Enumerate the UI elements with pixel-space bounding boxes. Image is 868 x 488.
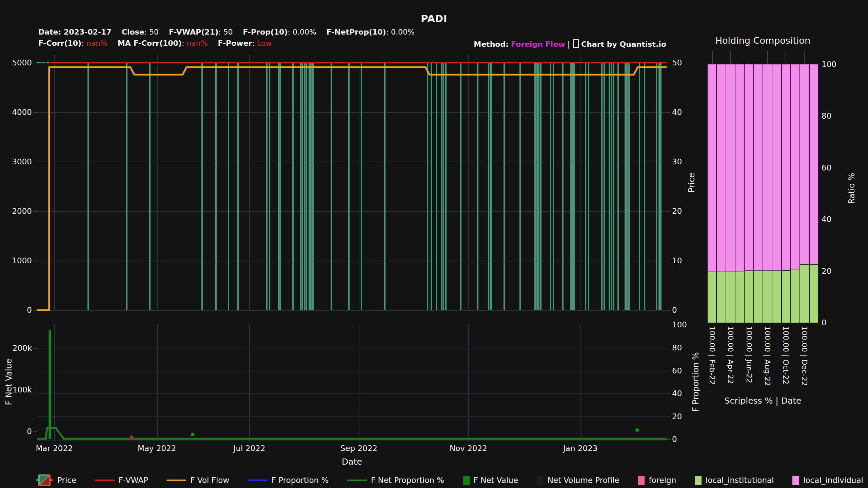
local-institutional-segment <box>763 270 772 323</box>
main-left-tick-label: 5000 <box>12 58 32 67</box>
lower-right-tick-label: 40 <box>672 389 682 398</box>
holding-bar <box>745 64 754 323</box>
main-left-tick <box>34 63 37 63</box>
vol-flow-line <box>37 55 667 310</box>
main-left-tick <box>34 211 37 212</box>
holding-bar <box>800 64 809 323</box>
main-gridline-h <box>37 310 667 311</box>
x-axis-title: Date <box>0 457 704 467</box>
method-label: Method: <box>474 40 509 48</box>
local-individual-segment <box>717 64 725 271</box>
marker-dot <box>191 433 194 436</box>
lower-right-tick <box>667 393 670 394</box>
main-chart-plot: 01000200030004000500001020304050 <box>37 55 667 310</box>
holding-bar <box>735 64 745 323</box>
holding-right-axis-title: Ratio % <box>847 173 856 204</box>
holding-bar <box>791 64 800 323</box>
marker-dot <box>635 428 638 431</box>
stat-label: MA F-Corr(100) <box>118 39 182 47</box>
stat-value: 2023-02-17 <box>61 28 111 36</box>
local-institutional-segment <box>717 271 725 323</box>
stat-value: : 50 <box>218 28 233 36</box>
holding-right-tick-label: 40 <box>822 215 831 224</box>
local-individual-segment <box>772 64 781 270</box>
main-left-tick <box>34 261 37 261</box>
local-individual-segment <box>800 64 809 264</box>
stat-label: F-NetProp(10) <box>327 28 386 36</box>
legend-label: F Net Value <box>474 476 518 485</box>
main-right-tick <box>667 63 670 63</box>
stat-item: F-NetProp(10): 0.00% <box>327 28 415 36</box>
local-individual-segment <box>791 64 800 269</box>
main-left-tick <box>34 162 37 162</box>
local-institutional-segment <box>754 270 763 323</box>
legend-item: local_institutional <box>695 476 774 485</box>
local-individual-segment <box>745 64 753 270</box>
credit-label: Chart by Quantist.io <box>581 40 666 48</box>
main-right-tick-label: 0 <box>672 306 677 314</box>
holding-right-tick-label: 60 <box>822 163 831 172</box>
legend-square-swatch <box>792 476 799 485</box>
date-tick-label: Jul 2022 <box>234 444 265 453</box>
main-right-tick <box>667 112 670 113</box>
holding-top-tick <box>712 51 713 64</box>
holding-bar <box>782 64 791 323</box>
stat-value: : 0.00% <box>386 28 415 36</box>
local-institutional-segment <box>772 270 781 323</box>
legend-label: F Vol Flow <box>190 476 229 485</box>
date-tick-label: Mar 2022 <box>36 444 73 453</box>
legend-item: F Proportion % <box>248 476 329 485</box>
f-vwap-line <box>49 62 667 63</box>
main-right-tick-label: 20 <box>672 207 682 216</box>
missing-glyph-icon <box>573 39 579 48</box>
holding-bar <box>754 64 763 323</box>
lower-right-tick-label: 0 <box>672 435 677 444</box>
marker-dot <box>130 435 133 439</box>
date-tick-label: Jan 2023 <box>563 444 597 453</box>
holding-right-tick-label: 80 <box>822 111 831 120</box>
legend-line-swatch <box>95 480 115 481</box>
method-line: Method: Foreign Flow |Chart by Quantist.… <box>456 39 666 48</box>
main-right-tick-label: 30 <box>672 157 682 166</box>
main-right-tick-label: 40 <box>672 108 682 117</box>
main-left-tick <box>34 112 37 113</box>
stat-item: F-Corr(10): nan% <box>38 39 107 47</box>
lower-left-tick <box>34 431 37 432</box>
lower-left-tick-label: 200k <box>13 344 32 352</box>
legend-square-swatch <box>695 476 702 485</box>
main-right-tick <box>667 162 670 162</box>
main-right-tick <box>667 211 670 212</box>
local-individual-segment <box>782 64 790 270</box>
main-left-tick-label: 3000 <box>12 157 32 166</box>
method-value: Foreign Flow <box>511 40 565 48</box>
stat-item: F-VWAP(21): 50 <box>169 28 233 36</box>
local-individual-segment <box>735 64 744 271</box>
stat-label: Date: <box>38 28 61 36</box>
stat-item: F-Prop(10): 0.00% <box>243 28 316 36</box>
holding-x-tick-label: 100.00 | Dec-22 <box>800 326 809 386</box>
stat-value-red: Low <box>257 39 272 47</box>
holding-x-tick-label: 100.00 | Apr-22 <box>726 326 735 384</box>
local-individual-segment <box>763 64 772 270</box>
lower-right-axis-title: F Proportion % <box>691 352 701 412</box>
legend-label: Price <box>57 476 76 485</box>
local-institutional-segment <box>735 271 744 323</box>
stat-value: : <box>252 39 257 47</box>
stat-item: F-Power: Low <box>218 39 272 47</box>
legend-item: F-VWAP <box>95 476 148 485</box>
method-separator: | <box>568 40 570 48</box>
legend-square-swatch <box>463 476 470 485</box>
stat-label: F-Power <box>218 39 252 47</box>
stat-value-red: nan% <box>86 39 107 47</box>
stat-value: : <box>182 39 186 47</box>
holding-top-tick <box>786 51 786 64</box>
main-left-tick-label: 4000 <box>12 108 32 117</box>
legend-label: local_institutional <box>706 476 774 485</box>
local-institutional-segment <box>810 264 818 323</box>
lower-left-tick-label: 0 <box>27 427 32 436</box>
lower-right-tick-label: 100 <box>672 320 687 329</box>
holding-bar <box>717 64 726 323</box>
main-left-tick <box>34 310 37 311</box>
legend-label: F Net Proportion % <box>371 476 444 485</box>
stat-item: MA F-Corr(100): nan% <box>118 39 208 47</box>
